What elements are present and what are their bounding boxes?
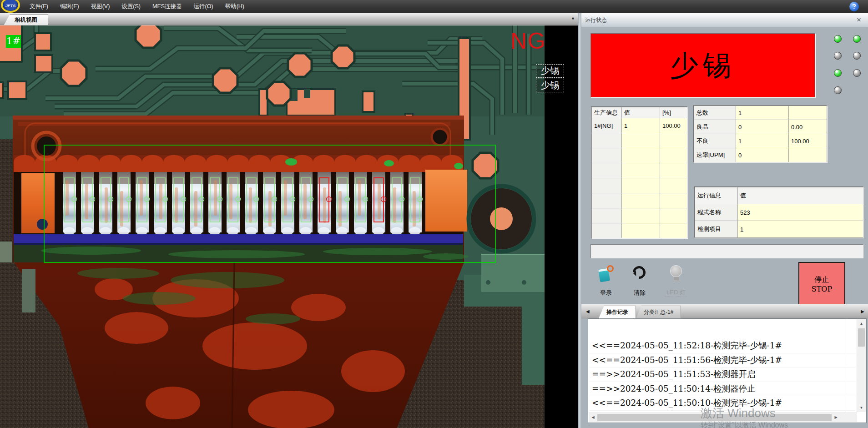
status-light-on xyxy=(834,69,842,77)
table-cell xyxy=(660,223,687,238)
help-icon[interactable]: ? xyxy=(849,2,859,11)
table-cell: 100.00 xyxy=(789,134,827,148)
stats-table: 总数1良品00.00不良1100.00速率[UPM]0 xyxy=(694,106,827,162)
scroll-up-icon[interactable]: ▲ xyxy=(857,319,866,328)
log-entry[interactable]: ==>>2024-05-05_11:51:53-检测器开启 xyxy=(589,368,856,382)
tab-scroll-right-icon[interactable]: ▶ xyxy=(861,309,864,314)
table-cell: 总数 xyxy=(694,106,736,120)
defect-result-text: 少锡 xyxy=(670,46,736,85)
menu-item[interactable]: 视图(V) xyxy=(85,0,116,13)
table-cell xyxy=(592,223,622,238)
table-cell: 1#[NG] xyxy=(592,118,622,133)
menu-item[interactable]: 编辑(E) xyxy=(54,0,85,13)
table-cell: [%] xyxy=(660,107,687,118)
id-badge-icon xyxy=(598,265,614,283)
table-cell: 不良 xyxy=(694,134,736,148)
table-cell xyxy=(660,133,687,148)
table-cell xyxy=(660,163,687,178)
tab-camera-view[interactable]: 相机视图 xyxy=(4,14,48,25)
led-label: LED 灯 xyxy=(665,288,687,297)
menu-item[interactable]: 运行(O) xyxy=(188,0,219,13)
status-light-on xyxy=(853,35,861,43)
log-entry[interactable]: ==>>2024-05-05_11:50:14-检测器停止 xyxy=(589,382,856,397)
refresh-arrow-icon xyxy=(630,263,648,282)
table-cell: 0 xyxy=(736,148,789,162)
clear-label: 清除 xyxy=(625,289,654,297)
menu-item[interactable]: 设置(S) xyxy=(116,0,146,13)
chevron-down-icon[interactable]: ▼ xyxy=(571,16,575,21)
table-cell: 0 xyxy=(736,120,789,134)
scroll-right-icon[interactable]: ▶ xyxy=(832,413,840,422)
camera-view: 1# NG 少锡少锡 xyxy=(0,25,578,428)
status-light-off xyxy=(834,52,842,60)
scroll-left-icon[interactable]: ◀ xyxy=(589,413,597,422)
login-button[interactable]: 登录 xyxy=(591,264,621,297)
table-cell: 523 xyxy=(738,204,863,221)
panel-splitter[interactable] xyxy=(578,13,581,428)
log-list: <<==2024-05-05_11:52:18-检测完毕-少锡-1#<<==20… xyxy=(589,319,856,413)
table-cell xyxy=(622,163,660,178)
table-cell xyxy=(660,193,687,208)
production-table: 生产信息值[%]1#[NG]1100.00 xyxy=(591,107,687,238)
app-logo-icon: JETS xyxy=(1,0,20,13)
table-cell xyxy=(660,148,687,163)
menu-item[interactable]: 帮助(H) xyxy=(219,0,250,13)
led-button[interactable]: LED 灯 xyxy=(661,264,691,297)
table-cell xyxy=(660,178,687,193)
vertical-scrollbar[interactable]: ▲ ▼ xyxy=(857,319,866,412)
table-cell xyxy=(592,148,622,163)
table-cell: 程式名称 xyxy=(695,204,738,221)
table-cell xyxy=(622,208,660,223)
table-cell xyxy=(592,163,622,178)
close-icon[interactable]: × xyxy=(854,15,863,25)
log-tab-inactive[interactable]: 分类汇总-1# xyxy=(636,306,681,318)
table-cell: 1 xyxy=(736,134,789,148)
menu-item[interactable]: 文件(F) xyxy=(24,0,54,13)
stop-label-en: STOP xyxy=(812,284,833,294)
table-cell xyxy=(789,148,827,162)
stop-button[interactable]: 停止 STOP xyxy=(798,262,845,307)
log-entry[interactable]: <<==2024-05-05_11:51:56-检测完毕-少锡-1# xyxy=(589,353,856,368)
log-column-separator xyxy=(846,319,846,413)
menu-item[interactable]: MES连接器 xyxy=(146,0,188,13)
lightbulb-icon xyxy=(671,266,681,277)
inspection-result-text: NG xyxy=(510,28,546,54)
message-box xyxy=(590,244,863,258)
table-cell xyxy=(592,208,622,223)
view-tab-bar: 相机视图 ▼ xyxy=(0,13,581,25)
table-cell xyxy=(622,148,660,163)
table-cell: 1 xyxy=(736,106,789,120)
log-entry[interactable]: <<==2024-05-05_11:52:18-检测完毕-少锡-1# xyxy=(589,339,856,353)
vscroll-thumb[interactable] xyxy=(858,328,865,347)
table-cell: 生产信息 xyxy=(592,107,622,118)
table-cell: 良品 xyxy=(694,120,736,134)
menu-bar: JETS 文件(F)编辑(E)视图(V)设置(S)MES连接器运行(O)帮助(H… xyxy=(0,0,868,13)
log-tab-active[interactable]: 操作记录 xyxy=(599,306,636,318)
stop-label-cn: 停止 xyxy=(815,275,829,284)
table-cell: 值 xyxy=(738,187,863,204)
clear-button[interactable]: 清除 xyxy=(625,264,654,297)
tab-scroll-left-icon[interactable]: ◀ xyxy=(586,309,590,314)
status-light-off xyxy=(853,52,861,60)
table-cell xyxy=(789,106,827,120)
status-light-off xyxy=(853,69,861,77)
table-cell: 1 xyxy=(622,118,660,133)
status-panel: 运行状态 × 少锡 生产信息值[%]1#[NG]1100.00 总数1良品00.… xyxy=(581,13,868,428)
table-cell xyxy=(622,223,660,238)
station-label: 1# xyxy=(6,35,21,48)
log-tab-strip: ◀ 操作记录分类汇总-1# ▶ xyxy=(581,304,868,318)
table-cell: 运行信息 xyxy=(695,187,738,204)
app-window: JETS 文件(F)编辑(E)视图(V)设置(S)MES连接器运行(O)帮助(H… xyxy=(0,0,868,428)
status-light-on xyxy=(834,35,842,43)
pcb-image xyxy=(0,25,578,428)
table-cell xyxy=(592,178,622,193)
status-light-off xyxy=(834,86,842,94)
windows-watermark-line1: 激活 Windows xyxy=(701,405,776,421)
table-cell: 值 xyxy=(622,107,660,118)
table-cell xyxy=(622,193,660,208)
table-cell xyxy=(622,133,660,148)
scroll-down-icon[interactable]: ▼ xyxy=(857,403,866,412)
table-cell: 1 xyxy=(738,221,863,238)
login-label: 登录 xyxy=(591,289,621,297)
defect-result-display: 少锡 xyxy=(590,33,815,97)
